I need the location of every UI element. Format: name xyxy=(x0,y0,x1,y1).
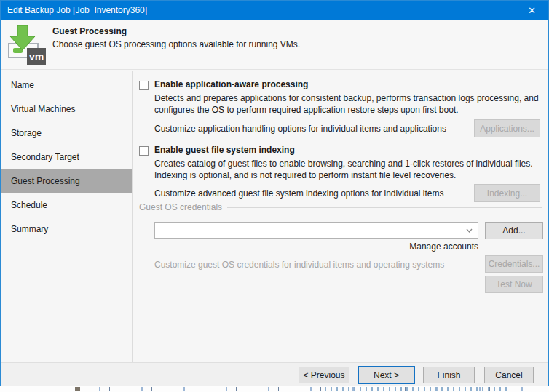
close-icon[interactable]: ✕ xyxy=(516,1,548,20)
page-title: Guest Processing xyxy=(52,26,127,36)
wizard-steps-sidebar: Name Virtual Machines Storage Secondary … xyxy=(1,73,132,241)
window-title: Edit Backup Job [Job_Inventory360] xyxy=(7,5,147,15)
sidebar-item-schedule[interactable]: Schedule xyxy=(1,193,132,217)
credentials-customize-text: Customize guest OS credentials for indiv… xyxy=(154,260,444,270)
credentials-button[interactable]: Credentials... xyxy=(485,255,543,273)
guest-processing-panel: Enable application-aware processing Dete… xyxy=(133,70,548,362)
credentials-group-header: Guest OS credentials xyxy=(139,201,542,213)
app-aware-checkbox[interactable] xyxy=(139,81,149,90)
next-button[interactable]: Next > xyxy=(358,366,415,384)
background-artifact xyxy=(320,387,510,391)
sidebar-item-storage[interactable]: Storage xyxy=(1,121,132,145)
credentials-group-label: Guest OS credentials xyxy=(139,202,222,212)
background-app-sliver xyxy=(0,386,549,392)
indexing-customize-text: Customize advanced guest file system ind… xyxy=(154,188,444,199)
group-divider-line xyxy=(227,207,542,208)
screen: Edit Backup Job [Job_Inventory360] ✕ vm … xyxy=(0,0,549,392)
app-aware-label[interactable]: Enable application-aware processing xyxy=(154,79,308,89)
indexing-button[interactable]: Indexing... xyxy=(474,184,540,202)
add-button[interactable]: Add... xyxy=(485,222,543,239)
page-subtitle: Choose guest OS processing options avail… xyxy=(52,39,300,49)
indexing-description: Creates catalog of guest files to enable… xyxy=(154,158,543,181)
cancel-button[interactable]: Cancel xyxy=(484,367,534,383)
sidebar-item-virtual-machines[interactable]: Virtual Machines xyxy=(1,97,132,121)
wizard-header: vm Guest Processing Choose guest OS proc… xyxy=(1,20,548,70)
sidebar-item-secondary-target[interactable]: Secondary Target xyxy=(1,145,132,169)
sidebar-item-summary[interactable]: Summary xyxy=(1,217,132,241)
chevron-down-icon xyxy=(466,228,473,233)
vm-backup-job-icon: vm xyxy=(7,24,47,66)
indexing-checkbox[interactable] xyxy=(139,146,149,156)
credentials-combobox[interactable] xyxy=(154,222,478,239)
previous-button[interactable]: < Previous xyxy=(299,367,349,383)
app-aware-description: Detects and prepares applications for co… xyxy=(154,92,543,116)
icon-vm-text: vm xyxy=(29,51,44,63)
indexing-label[interactable]: Enable guest file system indexing xyxy=(154,145,295,155)
app-aware-customize-text: Customize application handling options f… xyxy=(154,124,446,134)
background-artifact xyxy=(75,387,80,391)
sidebar-item-name[interactable]: Name xyxy=(1,73,132,97)
sidebar-item-guest-processing[interactable]: Guest Processing xyxy=(1,169,132,193)
wizard-footer: < Previous Next > Finish Cancel xyxy=(1,362,548,386)
titlebar[interactable]: Edit Backup Job [Job_Inventory360] ✕ xyxy=(1,1,548,20)
finish-button[interactable]: Finish xyxy=(423,367,475,383)
manage-accounts-link[interactable]: Manage accounts xyxy=(154,241,478,252)
edit-backup-job-dialog: Edit Backup Job [Job_Inventory360] ✕ vm … xyxy=(0,0,549,386)
test-now-button[interactable]: Test Now xyxy=(485,276,543,293)
applications-button[interactable]: Applications... xyxy=(474,119,540,137)
